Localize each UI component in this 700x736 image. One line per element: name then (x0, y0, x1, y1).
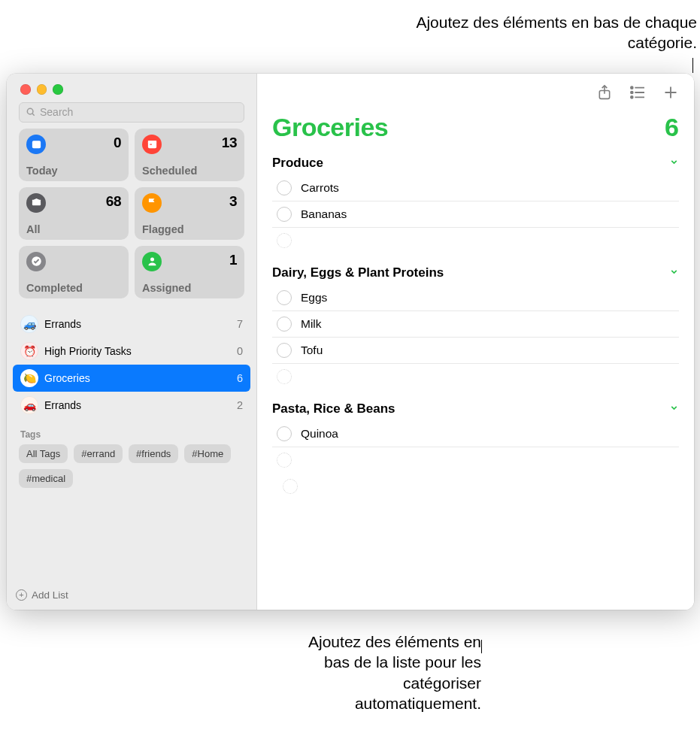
toolbar (257, 74, 694, 101)
new-reminder-row[interactable] (272, 364, 679, 389)
section-header[interactable]: Dairy, Eggs & Plant Proteins (272, 262, 679, 285)
checkbox-icon[interactable] (277, 207, 292, 222)
section: Pasta, Rice & BeansQuinoa (257, 398, 694, 473)
list-name: Errands (44, 399, 81, 411)
smart-count: 0 (114, 135, 121, 151)
reminder-title: Tofu (301, 344, 323, 357)
list-title: Groceries (272, 113, 388, 142)
add-list-label: Add List (32, 589, 68, 601)
smart-label: Assigned (142, 282, 237, 294)
callout-bottom: Ajoutez des éléments en bas de la liste … (286, 632, 481, 713)
checkbox-icon (277, 369, 292, 384)
callout-top: Ajoutez des éléments en bas de chaque ca… (411, 12, 697, 53)
list-name: Groceries (44, 372, 90, 384)
list-row[interactable]: ⏰High Priority Tasks0 (13, 338, 250, 365)
checkbox-icon (277, 453, 292, 468)
assigned-icon (142, 252, 162, 271)
tag-pill[interactable]: #Home (184, 444, 231, 463)
svg-line-1 (32, 114, 35, 116)
main-content: Groceries 6 ProduceCarrotsBananasDairy, … (257, 74, 694, 610)
smart-list-today[interactable]: 50Today (19, 129, 129, 181)
list-emoji-icon: 🚗 (20, 396, 38, 414)
smart-list-completed[interactable]: Completed (19, 246, 129, 298)
smart-lists: 50Today13Scheduled68All3FlaggedCompleted… (7, 129, 256, 307)
list-count: 7 (237, 318, 243, 330)
reminder-title: Quinoa (301, 427, 338, 441)
tag-pill[interactable]: #errand (74, 444, 123, 463)
list-emoji-icon: 🚙 (20, 315, 38, 333)
share-icon (597, 84, 612, 101)
callout-line (692, 58, 693, 73)
tag-pill[interactable]: All Tags (19, 444, 68, 463)
checkbox-icon (277, 233, 292, 248)
reminder-row[interactable]: Quinoa (272, 421, 679, 447)
svg-point-15 (631, 96, 633, 98)
section-header[interactable]: Pasta, Rice & Beans (272, 398, 679, 421)
smart-label: All (26, 223, 121, 235)
new-reminder-row[interactable] (272, 228, 679, 253)
section-header[interactable]: Produce (272, 153, 679, 175)
new-reminder-row[interactable] (272, 447, 679, 473)
list-count: 0 (237, 345, 243, 357)
svg-point-9 (150, 258, 154, 262)
minimize-button[interactable] (37, 84, 47, 95)
today-icon: 5 (26, 135, 46, 154)
chevron-down-icon[interactable] (669, 403, 679, 415)
tags-section: Tags All Tags#errand#friends#Home#medica… (7, 422, 256, 492)
zoom-button[interactable] (53, 84, 63, 95)
add-button[interactable] (662, 84, 679, 101)
checkbox-icon[interactable] (277, 290, 292, 305)
svg-point-13 (631, 92, 633, 94)
smart-label: Today (26, 165, 121, 177)
reminder-row[interactable]: Carrots (272, 175, 679, 201)
section: Dairy, Eggs & Plant ProteinsEggsMilkTofu (257, 262, 694, 389)
reminder-row[interactable]: Bananas (272, 201, 679, 228)
share-button[interactable] (596, 84, 613, 101)
list-count: 6 (665, 113, 679, 142)
reminder-title: Milk (301, 317, 322, 331)
tags-heading: Tags (19, 426, 244, 444)
search-input[interactable]: Search (19, 102, 244, 123)
user-lists: 🚙Errands7⏰High Priority Tasks0🍋Groceries… (7, 307, 256, 422)
search-icon (26, 107, 36, 117)
chevron-down-icon[interactable] (669, 157, 679, 169)
list-icon (629, 86, 646, 99)
smart-list-all[interactable]: 68All (19, 187, 129, 240)
tag-pill[interactable]: #medical (19, 469, 73, 488)
smart-list-flagged[interactable]: 3Flagged (135, 187, 244, 240)
smart-count: 13 (222, 135, 237, 151)
close-button[interactable] (20, 84, 31, 95)
reminder-row[interactable]: Eggs (272, 285, 679, 311)
checkbox-icon[interactable] (277, 343, 292, 358)
section-title: Pasta, Rice & Beans (272, 401, 395, 416)
flagged-icon (142, 193, 162, 213)
section-title: Dairy, Eggs & Plant Proteins (272, 265, 444, 280)
svg-point-11 (631, 86, 633, 89)
window-controls (7, 74, 256, 95)
smart-count: 1 (229, 252, 237, 268)
list-name: Errands (44, 318, 81, 330)
reminder-title: Bananas (301, 207, 347, 221)
tag-pill[interactable]: #friends (129, 444, 178, 463)
list-button[interactable] (629, 84, 646, 101)
svg-rect-5 (147, 141, 156, 143)
section: ProduceCarrotsBananas (257, 153, 694, 253)
checkbox-icon[interactable] (277, 317, 292, 332)
reminder-title: Carrots (301, 181, 339, 195)
reminder-row[interactable]: Tofu (272, 338, 679, 364)
add-list-button[interactable]: + Add List (7, 583, 256, 610)
smart-label: Scheduled (142, 165, 237, 177)
new-reminder-row[interactable] (257, 473, 694, 500)
smart-label: Completed (26, 282, 121, 294)
list-row[interactable]: 🚙Errands7 (13, 310, 250, 338)
checkbox-icon[interactable] (277, 180, 292, 195)
list-row[interactable]: 🚗Errands2 (13, 392, 250, 419)
smart-list-assigned[interactable]: 1Assigned (135, 246, 244, 298)
all-icon (26, 193, 46, 213)
svg-point-0 (27, 108, 33, 114)
chevron-down-icon[interactable] (669, 267, 679, 279)
checkbox-icon[interactable] (277, 426, 292, 441)
list-row[interactable]: 🍋Groceries6 (13, 365, 250, 392)
reminder-row[interactable]: Milk (272, 311, 679, 338)
smart-list-scheduled[interactable]: 13Scheduled (135, 129, 244, 181)
